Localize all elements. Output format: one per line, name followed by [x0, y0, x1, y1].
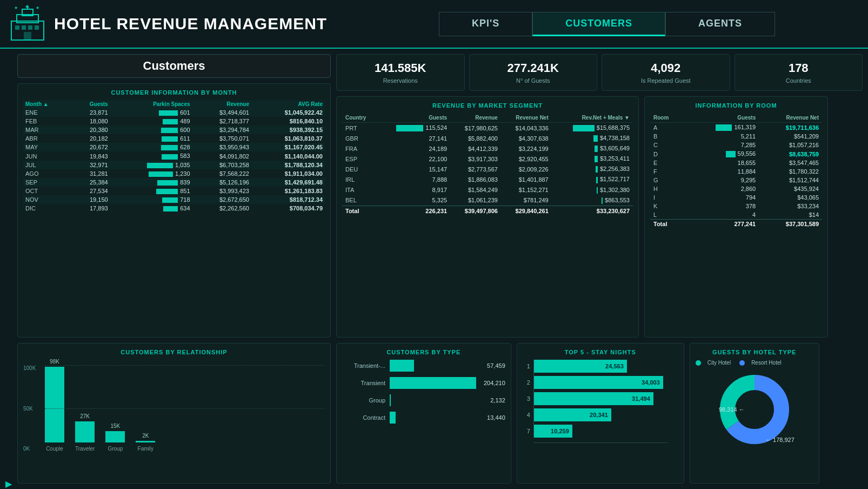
revnet-cell: $4,307,638	[501, 133, 552, 143]
revenue-cell: $2,773,567	[450, 164, 501, 174]
list-item: 3 31,494	[523, 392, 678, 405]
city-value-label: 98,314 ←	[719, 406, 745, 413]
city-hotel-legend-label: City Hotel	[707, 360, 731, 366]
hbar-track: 20,341	[533, 408, 678, 421]
revenue-cell: $7,568,222	[192, 169, 251, 178]
hotel-type-title: GUESTS BY HOTEL TYPE	[696, 349, 813, 355]
table-row: SEP 25,384 839 $5,126,196 $1,429,691.48	[23, 178, 325, 187]
list-item: Group 2,132	[342, 394, 505, 406]
svg-text:★: ★	[14, 5, 18, 10]
parking-cell: 1,035	[110, 161, 192, 169]
revnet-cell: $781,249	[501, 195, 552, 206]
legend-row: City Hotel Resort Hotel	[696, 360, 813, 366]
revenue-cell: $3,950,943	[192, 143, 251, 151]
country-cell: GBR	[342, 133, 377, 143]
nav-tabs: KPI'S CUSTOMERS AGENTS	[355, 12, 859, 36]
avg-cell: $1,429,691.48	[251, 178, 325, 187]
table-row: B 5,211 $541,209	[650, 132, 822, 141]
col-revenue: Revenue	[192, 100, 251, 108]
guests-cell: 27,534	[71, 187, 110, 195]
kpi-countries-value: 178	[740, 61, 857, 75]
hotel-logo-icon: ★ ★ ★	[9, 5, 46, 43]
list-item: 4 20,341	[523, 408, 678, 421]
revnet-cell: $1,152,271	[501, 185, 552, 195]
total-row: Total 226,231 $39,497,806 $29,840,261 $3…	[342, 206, 633, 216]
month-cell: MAR	[23, 125, 71, 134]
hbar-track: 10,259	[533, 425, 678, 438]
hbar-track: 24,563	[533, 360, 678, 373]
revenue-cell: $4,412,339	[450, 143, 501, 154]
total-row: Total 277,241 $37,301,589	[650, 220, 822, 229]
hbar-value: 20,341	[590, 412, 608, 418]
month-cell: FEB	[23, 117, 71, 125]
table-row: F 11,884 $1,780,322	[650, 167, 822, 176]
list-item: Contract 13,440	[342, 412, 505, 424]
guests-cell: 15,147	[377, 164, 451, 174]
donut-chart-container: 98,314 ← ← 178,927	[696, 369, 813, 450]
parking-cell: 634	[110, 204, 192, 213]
table-row: GBR 27,141 $5,882,400 $4,307,638 $4,738,…	[342, 133, 633, 143]
guests-cell: 31,281	[71, 169, 110, 178]
donut-chart-svg: 98,314 ← ← 178,927	[711, 369, 798, 450]
nav-arrow-left[interactable]: ▶	[5, 269, 12, 489]
kpi-guests: 277.241K N° of Guests	[469, 54, 598, 91]
revnet-cell: $3,224,199	[501, 143, 552, 154]
svg-rect-8	[15, 25, 19, 30]
top5-title: TOP 5 - STAY NIGHTS	[523, 349, 678, 355]
tab-customers[interactable]: CUSTOMERS	[532, 12, 665, 36]
room-col-room: Room	[650, 113, 685, 123]
list-item: 7 10,259	[523, 425, 678, 438]
customers-relationship-box: CUSTOMERS BY RELATIONSHIP 100K 50K 0K 98…	[17, 343, 331, 484]
col-avg: AVG Rate	[251, 100, 325, 108]
customer-month-table: Month ▲ Guests Parkin Spaces Revenue AVG…	[23, 100, 325, 213]
table-row: ENE 23,871 601 $3,494,601 $1,045,922.42	[23, 108, 325, 117]
avg-cell: $938,392.15	[251, 125, 325, 134]
revenue-cell: $2,672,650	[192, 195, 251, 204]
revmeals-cell: $1,522,717	[552, 174, 633, 184]
hbar-fill: 10,259	[533, 425, 572, 438]
svg-rect-10	[28, 25, 32, 30]
table-row: K 378 $33,234	[650, 202, 822, 210]
type-title: CUSTOMERS BY TYPE	[342, 349, 505, 355]
hbar-fill: 20,341	[533, 408, 611, 421]
type-label: Transient-...	[342, 362, 385, 369]
room-col-guests: Guests	[685, 113, 759, 123]
ms-col-country: Country	[342, 113, 377, 123]
y-label-100k: 100K	[23, 365, 36, 371]
revenue-cell: $3,993,423	[192, 187, 251, 195]
kpi-reservations: 141.585K Reservations	[336, 54, 465, 91]
list-item: 15K Group	[105, 423, 125, 452]
month-cell: NOV	[23, 195, 71, 204]
col-month: Month ▲	[23, 100, 71, 108]
guests-cell: 20,380	[71, 125, 110, 134]
table-row: A 161,319 $19,711,636	[650, 123, 822, 133]
col-parking: Parkin Spaces	[110, 100, 192, 108]
bar-fill	[105, 431, 125, 442]
parking-cell: 839	[110, 178, 192, 187]
type-bar-track	[390, 377, 476, 389]
kpi-reservations-value: 141.585K	[342, 61, 459, 75]
table-row: JUN 19,843 583 $4,091,802 $1,140,044.00	[23, 151, 325, 160]
bar-value-label: 98K	[50, 359, 59, 365]
tab-agents[interactable]: AGENTS	[665, 12, 775, 36]
month-cell: ABR	[23, 134, 71, 143]
revenue-cell: $3,917,303	[450, 154, 501, 164]
revmeals-cell: $3,605,649	[552, 143, 633, 154]
revenue-cell: $3,494,601	[192, 108, 251, 117]
type-bar-fill	[390, 394, 391, 406]
revenue-cell: $4,091,802	[192, 151, 251, 160]
table-row: L 4 $14	[650, 210, 822, 220]
tab-kpis[interactable]: KPI'S	[439, 12, 532, 36]
avg-cell: $708,034.79	[251, 204, 325, 213]
svg-rect-9	[22, 25, 26, 30]
hotel-type-box: GUESTS BY HOTEL TYPE City Hotel Resort H…	[690, 343, 819, 484]
rank-label: 4	[523, 412, 530, 418]
guests-cell: 5,325	[377, 195, 451, 206]
svg-text:★: ★	[25, 5, 29, 9]
guests-cell: 20,182	[71, 134, 110, 143]
kpi-countries: 178 Countries	[735, 54, 863, 91]
list-item: 98K Couple	[45, 359, 64, 452]
table-row: C 7,285 $1,057,216	[650, 141, 822, 149]
table-row: ESP 22,100 $3,917,303 $2,920,455 $3,253,…	[342, 154, 633, 164]
list-item: Transient 204,210	[342, 377, 505, 389]
